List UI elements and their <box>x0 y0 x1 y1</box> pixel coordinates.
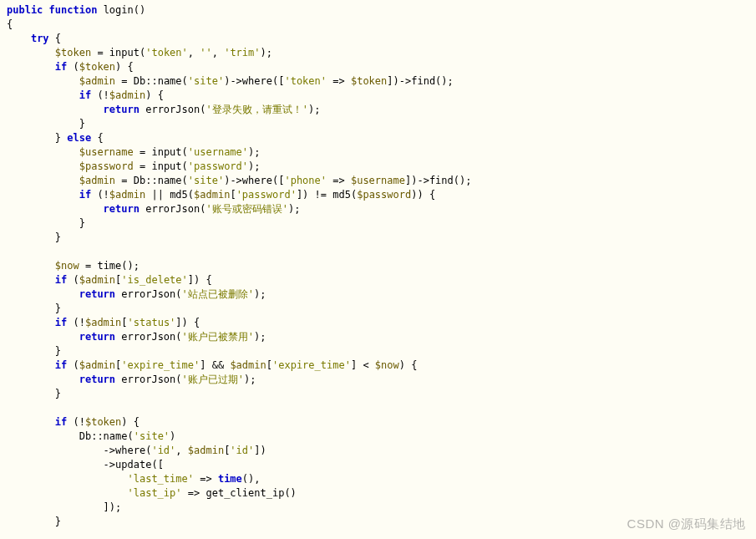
code-token: if <box>55 359 67 371</box>
code-token: 'id' <box>230 445 254 456</box>
code-token: $password <box>357 189 411 201</box>
code-token: try <box>31 33 49 44</box>
code-token: => <box>200 473 211 485</box>
code-token: :: <box>91 430 103 442</box>
code-line: $admin = Db::name('site')->where(['phone… <box>7 175 471 186</box>
code-line: try { <box>7 33 61 44</box>
code-token: ) { <box>145 89 164 101</box>
code-token: = <box>140 146 145 158</box>
code-token: -> <box>104 445 115 456</box>
code-token: name <box>158 175 182 186</box>
code-token: } <box>55 345 61 357</box>
code-line: 'last_ip' => get_client_ip() <box>7 487 297 499</box>
code-token: $admin <box>85 317 121 328</box>
code-token: $token <box>79 61 115 73</box>
code-line: ]); <box>7 501 121 513</box>
code-token: if <box>79 189 91 201</box>
code-token: { <box>97 132 103 144</box>
code-token: $admin <box>79 75 115 87</box>
code-token: time <box>97 260 121 272</box>
code-token: where <box>115 445 145 456</box>
code-token: $admin <box>109 189 145 201</box>
code-token: ( <box>182 160 188 172</box>
code-token: ) <box>170 430 175 442</box>
code-token: ]) <box>297 189 308 201</box>
code-line: } <box>7 118 85 130</box>
code-token: $token <box>55 47 91 58</box>
code-token: -> <box>104 459 115 470</box>
code-token: && <box>212 359 224 371</box>
code-token: = <box>97 47 103 58</box>
code-token: , <box>212 47 224 58</box>
code-token: [ <box>230 189 236 201</box>
code-line: if ($admin['is_delete']) { <box>7 274 212 286</box>
code-token: name <box>158 75 182 87</box>
code-token: $admin <box>194 189 230 201</box>
code-token: $admin <box>109 89 145 101</box>
code-token: (! <box>73 416 84 428</box>
code-token: errorJson <box>145 203 200 215</box>
code-token: input <box>151 146 181 158</box>
code-token: )-> <box>224 75 242 87</box>
code-token: 'token' <box>145 47 188 58</box>
code-line: } <box>7 217 85 229</box>
code-token: 'is_delete' <box>121 274 187 286</box>
code-token: input <box>109 47 140 58</box>
code-token: $username <box>79 146 134 158</box>
code-token: 'expire_time' <box>121 359 200 371</box>
code-token: $token <box>351 75 387 87</box>
code-token: errorJson <box>145 104 200 115</box>
code-token: ])-> <box>405 175 429 186</box>
code-token: :: <box>145 75 157 87</box>
code-line: $admin = Db::name('site')->where(['token… <box>7 75 454 87</box>
code-line: return errorJson('账户已过期'); <box>7 374 256 385</box>
code-token: => <box>188 487 200 499</box>
code-token: || <box>151 189 163 201</box>
code-token: ( <box>73 61 79 73</box>
code-token: ])-> <box>387 75 411 87</box>
code-token: ); <box>254 288 266 300</box>
code-token: 'password' <box>236 189 297 201</box>
code-token: ( <box>175 288 181 300</box>
code-line: $username = input('username'); <box>7 146 261 158</box>
code-token: = <box>85 260 91 272</box>
code-token: = <box>140 160 145 172</box>
code-token: find <box>411 75 435 87</box>
code-token: ); <box>254 331 266 343</box>
code-token: (! <box>73 317 84 328</box>
code-token: 'id' <box>151 445 175 456</box>
code-token: $admin <box>230 359 266 371</box>
code-token: ] <box>200 359 205 371</box>
code-token: Db <box>79 430 91 442</box>
code-token: if <box>55 61 67 73</box>
code-token: $admin <box>79 175 115 186</box>
code-token: ( <box>73 359 79 371</box>
code-token: time <box>218 473 242 485</box>
code-token: 'last_time' <box>128 473 194 485</box>
code-token: ( <box>188 189 194 201</box>
code-token: $password <box>79 160 134 172</box>
code-token: ]) <box>254 445 266 456</box>
code-token: return <box>79 374 115 385</box>
code-token: ); <box>248 146 260 158</box>
code-token: ); <box>244 374 256 385</box>
code-token: where <box>242 75 272 87</box>
code-token: return <box>104 203 140 215</box>
code-token: ] <box>351 359 357 371</box>
code-token: 'expire_time' <box>272 359 351 371</box>
code-token: } <box>79 217 85 229</box>
code-token: , <box>188 47 200 58</box>
code-token: '登录失败，请重试！' <box>205 104 307 115</box>
code-line: $password = input('password'); <box>7 160 261 172</box>
code-line: ->update([ <box>7 459 164 470</box>
code-token: $token <box>85 416 121 428</box>
code-token: errorJson <box>121 331 175 343</box>
code-token: '' <box>200 47 211 58</box>
code-token: (); <box>121 260 140 272</box>
code-token: [ <box>266 359 272 371</box>
code-line: } <box>7 388 61 399</box>
code-token: Db <box>134 175 145 186</box>
code-line: return errorJson('账号或密码错误'); <box>7 203 300 215</box>
code-token: } <box>55 516 61 527</box>
code-token: )) { <box>411 189 435 201</box>
